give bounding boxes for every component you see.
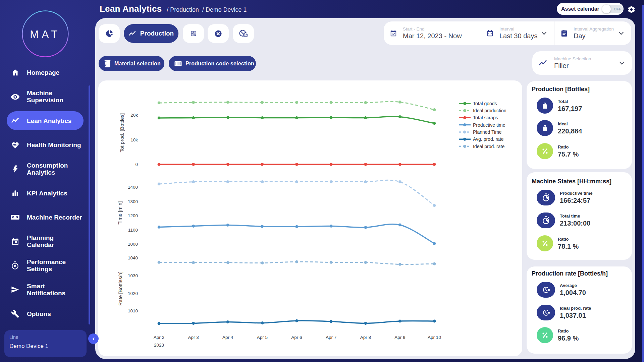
svg-text:Ideal prod. rate: Ideal prod. rate [473, 144, 504, 149]
svg-text:1020: 1020 [128, 291, 138, 296]
svg-text:2023: 2023 [154, 343, 164, 348]
svg-text:1100: 1100 [128, 228, 138, 233]
svg-text:Apr 2: Apr 2 [154, 335, 164, 340]
svg-text:Total goods: Total goods [473, 101, 497, 106]
svg-text:1300: 1300 [128, 199, 138, 204]
svg-text:1000: 1000 [128, 242, 138, 247]
svg-text:Apr 9: Apr 9 [394, 335, 405, 340]
svg-text:Tot prod. [Bottles]: Tot prod. [Bottles] [119, 113, 125, 153]
svg-text:Productive time: Productive time [473, 122, 505, 128]
svg-text:Time [min]: Time [min] [117, 201, 123, 224]
svg-text:Apr 6: Apr 6 [291, 335, 302, 340]
svg-text:1200: 1200 [128, 213, 138, 218]
svg-text:1010: 1010 [128, 308, 138, 313]
svg-text:Planned Time: Planned Time [473, 129, 502, 135]
svg-text:Avg. prod. rate: Avg. prod. rate [473, 136, 504, 142]
svg-text:1030: 1030 [128, 273, 138, 278]
svg-text:Ideal production: Ideal production [473, 108, 506, 113]
svg-text:Apr 3: Apr 3 [188, 335, 199, 340]
svg-text:Apr 8: Apr 8 [360, 335, 371, 340]
svg-text:Total scraps: Total scraps [473, 115, 498, 120]
svg-text:Apr 4: Apr 4 [222, 335, 233, 340]
svg-text:Apr 7: Apr 7 [326, 335, 336, 340]
svg-text:Rate [Bottles/h]: Rate [Bottles/h] [117, 272, 123, 306]
svg-text:0: 0 [135, 162, 138, 167]
svg-text:Apr 5: Apr 5 [257, 335, 268, 340]
svg-text:1400: 1400 [128, 185, 138, 190]
svg-text:1040: 1040 [128, 255, 138, 260]
svg-text:10k: 10k [130, 137, 138, 142]
svg-text:Apr 10: Apr 10 [428, 335, 441, 340]
svg-text:20k: 20k [130, 113, 138, 118]
